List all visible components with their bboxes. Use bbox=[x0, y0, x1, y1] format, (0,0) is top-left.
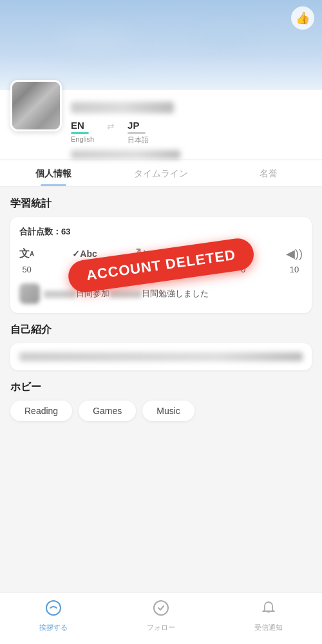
streak-days-blur bbox=[44, 290, 76, 298]
profile-section: EN English ⇄ JP 日本語 bbox=[0, 90, 322, 159]
stat-listen: ◀)) 10 bbox=[286, 245, 303, 274]
profile-info: EN English ⇄ JP 日本語 bbox=[71, 99, 312, 159]
notify-icon bbox=[260, 600, 277, 620]
lang-en-indicator bbox=[71, 132, 89, 134]
intro-card bbox=[10, 343, 312, 370]
stat-flashcard-value: 50 bbox=[22, 265, 31, 274]
hero-background bbox=[0, 0, 322, 90]
hobby-tag-games: Games bbox=[79, 401, 136, 421]
streak-text: 日間参加日間勉強しました bbox=[44, 288, 209, 299]
nav-greet[interactable]: 挨拶する bbox=[0, 600, 108, 632]
main-content: 学習統計 合計点数：63 文A 50 ✓Abc 0 ↻ 0 bbox=[0, 187, 322, 442]
hobbies-section: ホビー Reading Games Music bbox=[10, 381, 312, 421]
tab-personal[interactable]: 個人情報 bbox=[0, 160, 108, 186]
hobbies-section-title: ホビー bbox=[10, 381, 312, 394]
lang-jp-code: JP bbox=[128, 120, 149, 131]
hobby-tags-container: Reading Games Music bbox=[10, 401, 312, 421]
stats-card: 合計点数：63 文A 50 ✓Abc 0 ↻ 0 3 bbox=[10, 217, 312, 313]
tab-honor[interactable]: 名誉 bbox=[214, 160, 322, 186]
like-button[interactable]: 👍 bbox=[291, 6, 314, 30]
language-row: EN English ⇄ JP 日本語 bbox=[71, 120, 312, 145]
profile-tabs: 個人情報 タイムライン 名誉 bbox=[0, 160, 322, 187]
hobby-tag-music: Music bbox=[142, 401, 194, 421]
avatar bbox=[10, 80, 62, 131]
greet-icon bbox=[45, 600, 62, 620]
streak-row: 日間参加日間勉強しました bbox=[19, 283, 303, 304]
nav-notify[interactable]: 受信通知 bbox=[214, 600, 322, 632]
svg-point-0 bbox=[46, 601, 61, 615]
lang-jp: JP 日本語 bbox=[128, 120, 149, 145]
streak-study-blur bbox=[109, 290, 142, 298]
lang-en: EN English bbox=[71, 120, 94, 143]
nav-notify-label: 受信通知 bbox=[254, 623, 283, 632]
stat-listen-value: 10 bbox=[290, 265, 299, 274]
total-points-row: 合計点数：63 bbox=[19, 226, 303, 238]
nav-follow-label: フォロー bbox=[147, 623, 175, 632]
intro-section-title: 自己紹介 bbox=[10, 323, 312, 337]
streak-avatar bbox=[19, 283, 40, 304]
lang-jp-name: 日本語 bbox=[128, 135, 149, 145]
total-points-label: 合計点数： bbox=[19, 227, 61, 236]
bio-blurred bbox=[71, 150, 180, 159]
thumbs-up-icon: 👍 bbox=[296, 11, 310, 25]
hobby-tag-reading: Reading bbox=[10, 401, 72, 421]
bottom-navigation: 挨拶する フォロー 受信通知 bbox=[0, 592, 322, 644]
intro-text-blurred bbox=[19, 352, 303, 361]
lang-en-code: EN bbox=[71, 120, 94, 131]
tab-timeline[interactable]: タイムライン bbox=[108, 160, 215, 186]
avatar-image bbox=[12, 82, 60, 129]
lang-jp-indicator bbox=[128, 132, 146, 134]
nav-follow[interactable]: フォロー bbox=[108, 600, 215, 632]
hero-banner: 👍 bbox=[0, 0, 322, 90]
nav-greet-label: 挨拶する bbox=[39, 623, 68, 632]
stat-flashcard: 文A 50 bbox=[19, 245, 34, 274]
svg-point-1 bbox=[154, 601, 168, 615]
lang-separator-icon: ⇄ bbox=[107, 121, 115, 131]
username-blurred bbox=[71, 102, 174, 113]
stats-section-title: 学習統計 bbox=[10, 197, 312, 211]
lang-en-name: English bbox=[71, 135, 94, 143]
flashcard-icon: 文A bbox=[19, 245, 34, 262]
total-points-value: 63 bbox=[61, 227, 70, 236]
listen-icon: ◀)) bbox=[286, 245, 303, 262]
follow-icon bbox=[153, 600, 169, 620]
